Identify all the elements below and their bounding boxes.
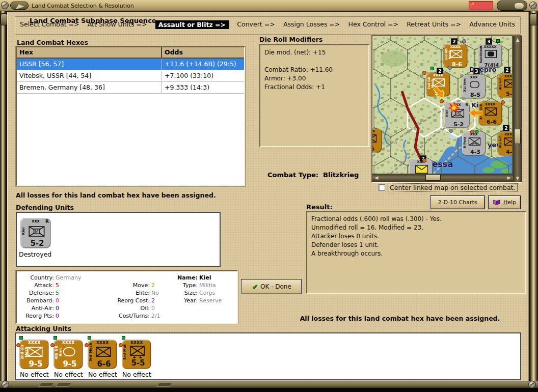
stack-count-badge: 2 [451,38,458,45]
reorg-pts-value: 0 [56,312,102,320]
center-map-checkbox-label[interactable]: Center linked map on selected combat. [388,183,518,192]
mech-symbol-icon [96,347,111,357]
attacking-units-title: Attacking Units [16,325,71,332]
window-menu-button[interactable] [10,2,29,10]
country-value: Germany [56,274,102,282]
unit-strength: 6-6 [91,359,117,369]
scroll-left-icon[interactable]: ◀ [372,174,381,181]
mini-map[interactable]: Dnepro Ki yev lessa XXXX 3rd GD Mech 8-6… [371,35,522,183]
move-label: Move: [102,282,151,289]
reorg-cost-value: 2 [151,297,172,304]
combat-type-row: Combat Type: Blitzkrieg [267,171,359,179]
scroll-right-icon[interactable]: ▶ [505,174,513,181]
oil-value: 0 [151,304,172,312]
map-unit-counter[interactable]: XXX II Para 4-3 [462,132,486,155]
map-label-kiyev-1: Ki [471,101,479,109]
map-unit-counter[interactable]: XXXX 4th Inf 5-3 [498,74,512,97]
supply-dot-icon [53,336,57,340]
frame-button [530,13,537,25]
svg-text:M: M [35,229,38,234]
defending-unit-counter[interactable]: xxx R Kiel M 5-2 [21,218,50,248]
combat-type-label: Combat Type: [267,171,318,179]
map-unit-counter[interactable]: XXXX 8th Inf 4-3 [498,132,512,155]
screw-icon [2,2,8,9]
oil-label: Oil: [102,304,151,312]
map-vertical-scrollbar[interactable]: ▲ ▼ [513,36,522,182]
land-combat-hexes-title: Land Combat Hexes [17,39,88,46]
anti-air-label: Anti-Air: [18,304,56,312]
scroll-down-icon[interactable]: ▼ [514,175,522,182]
map-unit-counter[interactable]: XXXX 3rd GD Mech 8-6 [444,44,467,68]
stack-count-badge: 2 [503,125,509,131]
attack-label: Attack: [18,282,56,289]
attacking-unit-counter[interactable]: XXXX 2nd GD Mech 9-5 [20,340,48,369]
losses-assigned-note: All losses for this land combat hex have… [273,315,527,322]
combat-type-value: Blitzkrieg [323,171,359,179]
check-icon: ✔ [252,283,258,291]
table-row[interactable]: Vitebsk, USSR [44, 54] +7.100 (33:10) [17,70,244,82]
reserve-flag: R [466,103,468,107]
screw-icon [529,381,535,388]
attacking-unit-counter[interactable]: XXXX 4th GD Arm 9-5 [54,340,83,369]
blank-line [264,57,364,66]
vertical-scroll-thumb[interactable] [514,129,521,144]
hex-control-dot-icon [501,100,505,104]
defense-label: Defense: [18,289,56,297]
hex-cell[interactable]: Bremen, Germany [48, 36] [17,82,162,93]
hex-cell[interactable]: USSR [56, 57] [17,59,162,70]
map-label-odessa: lessa [429,159,453,169]
close-button[interactable] [497,1,527,11]
mech-symbol-icon [28,347,43,357]
anti-air-value: 0 [56,304,102,312]
map-unit-counter[interactable]: XXXX -5 [372,129,382,152]
unit-strength: 4-3 [465,149,486,155]
map-unit-counter[interactable]: XXX XLI Arm 8-5 [462,75,486,98]
window-title: Land Combat Selection & Resolution [32,3,134,9]
supply-dot-icon [122,336,125,340]
mech-symbol-icon [450,50,462,58]
hq-symbol-icon [485,50,497,58]
map-horizontal-scrollbar[interactable]: ◀ ▶ [372,174,513,182]
militia-symbol-icon: M [29,226,45,237]
armor-symbol-icon [468,80,480,89]
column-header-odds: Odds [162,47,244,58]
odds-cell[interactable]: +11.6 (+14.6B) (29:5) [162,59,244,70]
help-button[interactable]: Help [488,195,521,209]
unit-status: Destroyed [19,250,51,258]
horizontal-scroll-thumb[interactable] [425,174,441,181]
result-title: Result: [306,203,333,211]
reorg-cost-label: Reorg Cost: [102,297,151,304]
charts-button[interactable]: 2-D-10 Charts [430,195,485,209]
attacking-unit-counter[interactable]: XXXX 3rd Mech 6-6 [88,340,117,369]
book-icon [493,199,501,206]
odds-cell[interactable]: +9.333 (14:3) [162,82,244,93]
odds-cell[interactable]: +7.100 (33:10) [162,70,244,81]
map-unit-counter[interactable]: XXXXX Rundstedt 7(4)4 [478,44,502,68]
scroll-up-icon[interactable]: ▲ [514,36,522,43]
infantry-symbol-icon [504,79,512,88]
subphase-sequence-steps: Select Combat => Att Snow Units => Assau… [16,20,519,29]
step-assault-or-blitz: Assault or Blitz => [155,20,229,29]
name-label: Name: [172,274,199,282]
ok-done-button[interactable]: ✔ OK - Done [241,279,302,294]
transport-symbol-icon [415,165,428,174]
left-frame [0,11,7,381]
table-row[interactable]: USSR [56, 57] +11.6 (+14.6B) (29:5) [17,59,244,70]
screw-icon [530,2,536,9]
hex-cell[interactable]: Vitebsk, USSR [44, 54] [17,70,162,81]
unit-strength: 9-5 [57,359,83,369]
country-label: Country: [18,274,56,282]
move-value: 2 [151,282,172,289]
soviet-flag-icon: ☭ [469,1,493,10]
step-retreat-units: Retreat Units => [407,20,461,29]
step-advance-units: Advance Units [469,20,515,29]
table-row[interactable]: Bremen, Germany [48, 36] +9.333 (14:3) [17,82,244,94]
attacking-unit-counter[interactable]: XXXX 3rd Mot 5-5 [122,340,151,369]
map-canvas[interactable]: Dnepro Ki yev lessa XXXX 3rd GD Mech 8-6… [372,36,512,174]
hex-control-dot-icon [431,67,434,70]
hex-control-dot-icon [422,158,426,162]
unit-strength: 5-2 [447,121,470,128]
unit-status: No effect [88,371,117,378]
table-header: Hex Odds [17,47,244,59]
center-map-checkbox[interactable] [379,184,385,191]
